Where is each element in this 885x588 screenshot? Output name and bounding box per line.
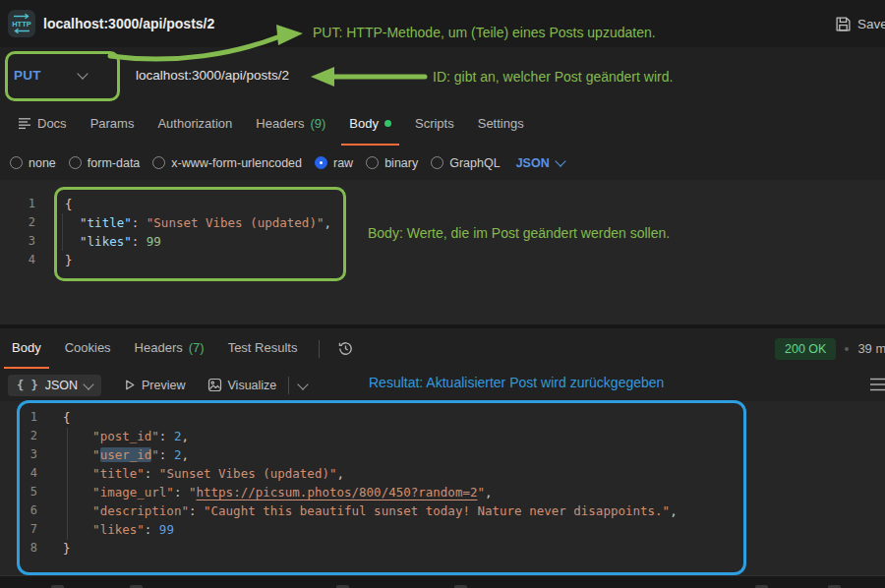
radio-icon <box>69 156 82 169</box>
divider <box>319 340 320 358</box>
response-tabs-bar: BodyCookiesHeaders(7)Test Results 200 OK… <box>0 328 885 369</box>
tab-label: Test Results <box>228 340 298 355</box>
format-label: JSON <box>45 379 78 392</box>
code-line: 2 "post_id": 2, <box>0 427 885 445</box>
response-body-viewer[interactable]: 1{2 "post_id": 2,3 "user_id": 2,4 "title… <box>0 401 885 575</box>
radio-icon <box>431 156 443 169</box>
tab-label: Settings <box>478 116 524 131</box>
body-type-bar: noneform-datax-www-form-urlencodedrawbin… <box>0 146 885 180</box>
code-content: "user_id": 2, <box>63 445 189 464</box>
dot-separator-icon <box>845 347 849 351</box>
line-number: 3 <box>0 232 41 251</box>
url-row: PUT localhost:3000/api/posts/2 <box>0 47 885 104</box>
chevron-down-icon <box>83 379 93 389</box>
request-body-editor[interactable]: 1{2 "title": "Sunset Vibes (updated)",3 … <box>0 180 885 324</box>
line-number: 4 <box>0 464 43 483</box>
indent-guide <box>67 428 68 540</box>
tab-label: Headers <box>135 340 183 355</box>
chevron-down-icon[interactable] <box>298 379 309 389</box>
request-header-bar: HTTP localhost:3000/api/posts/2 Save <box>0 0 885 48</box>
language-selector[interactable]: JSON <box>516 156 564 170</box>
request-title: localhost:3000/api/posts/2 <box>43 0 214 47</box>
tab-label: Authorization <box>157 116 232 131</box>
visualize-button[interactable]: Visualize <box>207 378 277 392</box>
line-number: 1 <box>0 408 43 427</box>
line-number: 2 <box>0 427 43 445</box>
code-content: } <box>65 251 73 269</box>
radio-label: binary <box>384 156 418 170</box>
radio-label: none <box>29 156 56 170</box>
method-label: PUT <box>14 68 41 83</box>
preview-label: Preview <box>142 379 185 392</box>
body-type-radio-graphql[interactable]: GraphQL <box>431 156 500 170</box>
code-content: "title": "Sunset Vibes (updated)", <box>63 464 344 483</box>
response-time: 39 ms <box>857 341 885 356</box>
code-line: 1{ <box>0 408 885 427</box>
wrap-lines-icon[interactable] <box>869 377 885 396</box>
history-clock-icon <box>337 340 354 357</box>
body-type-radio-x-www-form-urlencoded[interactable]: x-www-form-urlencoded <box>152 156 302 170</box>
chevron-down-icon <box>77 68 88 79</box>
radio-icon <box>10 156 23 169</box>
body-type-radio-none[interactable]: none <box>10 156 56 170</box>
request-tab-scripts[interactable]: Scripts <box>407 103 462 146</box>
tab-label: Params <box>90 116 135 131</box>
radio-icon <box>366 156 379 169</box>
visualize-label: Visualize <box>228 379 277 392</box>
tab-label: Scripts <box>415 116 454 131</box>
braces-icon: { } <box>17 379 38 392</box>
chevron-down-icon <box>555 155 565 166</box>
code-line: 4} <box>0 251 885 269</box>
tab-label: Cookies <box>65 340 111 355</box>
body-type-radio-binary[interactable]: binary <box>366 156 418 170</box>
language-selector-label: JSON <box>516 156 550 170</box>
radio-label: x-www-form-urlencoded <box>171 156 302 170</box>
radio-icon <box>152 156 165 169</box>
code-line: 7 "likes": 99 <box>0 520 885 539</box>
response-tab-test-results[interactable]: Test Results <box>220 328 306 369</box>
radio-label: form-data <box>88 156 141 170</box>
request-tab-docs[interactable]: Docs <box>10 103 75 146</box>
preview-button[interactable]: Preview <box>123 379 185 392</box>
radio-selected-icon <box>315 156 327 169</box>
code-line: 8} <box>0 539 885 558</box>
body-type-radio-raw[interactable]: raw <box>315 156 353 170</box>
http-request-icon: HTTP <box>8 10 35 37</box>
code-content: "likes": 99 <box>63 520 174 539</box>
request-tab-authorization[interactable]: Authorization <box>149 103 240 146</box>
request-tab-settings[interactable]: Settings <box>470 103 532 146</box>
divider <box>288 377 289 394</box>
code-content: { <box>65 195 73 213</box>
url-input[interactable]: localhost:3000/api/posts/2 <box>136 47 289 103</box>
line-number: 2 <box>0 213 41 232</box>
method-dropdown[interactable]: PUT <box>14 47 87 103</box>
radio-label: GraphQL <box>449 156 500 170</box>
save-icon <box>835 16 852 32</box>
tab-label: Body <box>349 116 379 131</box>
code-content: "post_id": 2, <box>63 427 189 445</box>
code-line: 1{ <box>0 195 885 213</box>
tab-label: Headers <box>256 116 304 131</box>
response-toolbar: { } JSON Preview Visualize <box>0 369 885 401</box>
code-content: "description": "Caught this beautiful su… <box>63 501 678 520</box>
request-tab-params[interactable]: Params <box>83 103 143 146</box>
response-format-button[interactable]: { } JSON <box>8 375 101 396</box>
bottom-status-bar <box>0 575 885 588</box>
save-label: Save <box>857 17 885 31</box>
svg-text:HTTP: HTTP <box>12 20 31 29</box>
code-content: "likes": 99 <box>65 232 161 251</box>
code-line: 3 "likes": 99 <box>0 232 885 251</box>
line-number: 7 <box>0 520 43 539</box>
request-tabs-bar: DocsParamsAuthorizationHeaders(9)BodyScr… <box>0 103 885 147</box>
code-content: "title": "Sunset Vibes (updated)", <box>65 213 331 232</box>
response-tab-cookies[interactable]: Cookies <box>57 328 119 369</box>
save-button[interactable]: Save <box>835 0 885 47</box>
history-button[interactable] <box>333 340 358 357</box>
code-line: 3 "user_id": 2, <box>0 445 885 464</box>
response-tab-body[interactable]: Body <box>4 328 49 369</box>
request-tab-headers[interactable]: Headers(9) <box>248 103 333 146</box>
request-tab-body[interactable]: Body <box>341 103 399 146</box>
code-content: "image_url": "https://picsum.photos/800/… <box>63 483 493 501</box>
response-tab-headers[interactable]: Headers(7) <box>127 328 212 369</box>
body-type-radio-form-data[interactable]: form-data <box>69 156 141 170</box>
